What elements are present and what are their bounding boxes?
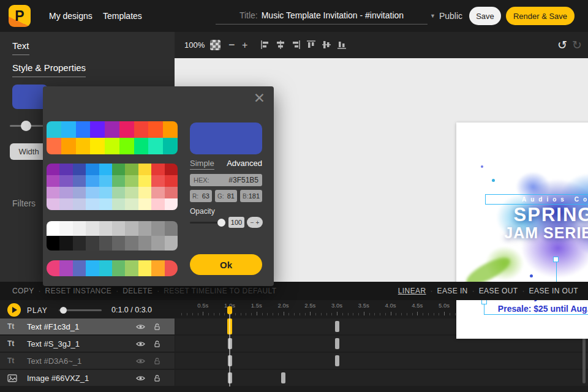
- keyframe-marker[interactable]: [281, 372, 285, 383]
- tab-simple[interactable]: Simple: [190, 159, 214, 170]
- opacity-minus-button[interactable]: −: [251, 219, 254, 226]
- palette-swatch[interactable]: [165, 198, 178, 210]
- toolbar-zoom-out-button[interactable]: −: [228, 32, 235, 58]
- palette-swatch[interactable]: [47, 175, 59, 187]
- palette-swatch[interactable]: [112, 236, 125, 251]
- layer-row-label[interactable]: Image #66VXZ_1: [0, 370, 175, 386]
- palette-swatch[interactable]: [138, 260, 151, 276]
- design-artboard[interactable]: Audios Co SPRING JAM SERIES Reserve your…: [456, 123, 588, 339]
- palette-swatch[interactable]: [99, 221, 112, 236]
- unlock-icon[interactable]: [153, 374, 161, 382]
- palette-swatch[interactable]: [47, 198, 59, 210]
- layer-timeline-track[interactable]: [175, 370, 588, 386]
- palette-swatch[interactable]: [151, 198, 164, 210]
- hex-input[interactable]: HEX: #3F51B5: [190, 174, 262, 186]
- palette-swatch[interactable]: [99, 175, 112, 187]
- palette-swatch[interactable]: [59, 187, 72, 198]
- palette-swatch[interactable]: [112, 175, 125, 187]
- palette-swatch[interactable]: [125, 236, 138, 251]
- palette-swatch[interactable]: [163, 121, 178, 138]
- palette-swatch[interactable]: [165, 164, 178, 175]
- align-left-icon[interactable]: [260, 40, 270, 50]
- width-button[interactable]: Width: [10, 143, 48, 160]
- palette-swatch[interactable]: [138, 236, 151, 251]
- align-top-icon[interactable]: [306, 40, 316, 50]
- brand-text-selection-box[interactable]: Audios Co: [485, 194, 588, 205]
- undo-icon[interactable]: ↺: [557, 32, 567, 58]
- save-button[interactable]: Save: [469, 7, 501, 25]
- palette-swatch[interactable]: [134, 138, 149, 154]
- palette-swatch[interactable]: [47, 236, 59, 251]
- opacity-plus-button[interactable]: +: [256, 219, 260, 226]
- headline-line2[interactable]: JAM SERIES: [456, 224, 588, 242]
- palette-swatch[interactable]: [61, 121, 76, 138]
- palette-swatch[interactable]: [119, 121, 134, 138]
- palette-swatch[interactable]: [151, 221, 164, 236]
- unlock-icon[interactable]: [153, 323, 161, 331]
- palette-swatch[interactable]: [151, 236, 164, 251]
- title-value[interactable]: Music Template Invitation - #invitation: [262, 10, 404, 20]
- palette-swatch[interactable]: [99, 260, 112, 276]
- palette-swatch[interactable]: [151, 175, 164, 187]
- transparency-checker-icon[interactable]: [210, 40, 221, 50]
- toolbar-zoom-in-button[interactable]: +: [242, 32, 247, 58]
- sidebar-slider-knob[interactable]: [21, 121, 31, 131]
- headline-line1[interactable]: SPRING: [456, 204, 588, 226]
- palette-swatch[interactable]: [112, 198, 125, 210]
- palette-swatch[interactable]: [47, 138, 61, 154]
- palette-swatch[interactable]: [73, 187, 86, 198]
- palette-swatch[interactable]: [138, 175, 151, 187]
- palette-swatch[interactable]: [138, 164, 151, 175]
- palette-swatch[interactable]: [119, 138, 134, 154]
- palette-swatch[interactable]: [125, 221, 138, 236]
- palette-swatch[interactable]: [59, 236, 72, 251]
- palette-swatch[interactable]: [112, 187, 125, 198]
- layer-row-label[interactable]: TtText #F1c3d_1: [0, 318, 175, 334]
- palette-swatch[interactable]: [125, 187, 138, 198]
- align-right-icon[interactable]: [291, 40, 301, 50]
- unlock-icon[interactable]: [153, 357, 161, 365]
- timeline-scrub-slider[interactable]: [59, 309, 102, 311]
- keyframe-marker[interactable]: [335, 321, 339, 332]
- palette-swatch[interactable]: [112, 221, 125, 236]
- palette-swatch[interactable]: [105, 138, 119, 154]
- layer-timeline-track[interactable]: [175, 353, 588, 369]
- palette-swatch[interactable]: [76, 138, 91, 154]
- palette-swatch[interactable]: [86, 260, 99, 276]
- timeline-scrub-knob[interactable]: [60, 307, 67, 314]
- palette-swatch[interactable]: [148, 138, 163, 154]
- palette-swatch[interactable]: [73, 221, 86, 236]
- palette-swatch[interactable]: [90, 121, 105, 138]
- render-save-button[interactable]: Render & Save: [506, 7, 575, 25]
- palette-swatch[interactable]: [86, 187, 99, 198]
- action-copy[interactable]: COPY: [12, 287, 34, 295]
- opacity-value[interactable]: 100: [228, 217, 244, 228]
- brand-text[interactable]: Audios Co: [522, 196, 588, 203]
- palette-swatch[interactable]: [148, 121, 163, 138]
- palette-swatch[interactable]: [86, 164, 99, 175]
- palette-swatch[interactable]: [86, 236, 99, 251]
- palette-swatch[interactable]: [86, 221, 99, 236]
- palette-swatch[interactable]: [125, 175, 138, 187]
- palette-swatch[interactable]: [163, 138, 178, 154]
- eye-icon[interactable]: [136, 358, 145, 364]
- palette-swatch[interactable]: [59, 198, 72, 210]
- nav-templates[interactable]: Templates: [103, 0, 142, 32]
- palette-swatch[interactable]: [138, 221, 151, 236]
- palette-swatch[interactable]: [134, 121, 149, 138]
- tab-advanced[interactable]: Advanced: [227, 159, 262, 170]
- palette-swatch[interactable]: [165, 236, 178, 251]
- palette-swatch[interactable]: [86, 175, 99, 187]
- palette-swatch[interactable]: [47, 221, 59, 236]
- keyframe-marker[interactable]: [335, 355, 339, 366]
- palette-swatch[interactable]: [59, 164, 72, 175]
- eye-icon[interactable]: [136, 375, 145, 382]
- rgb-field[interactable]: G:81: [215, 190, 237, 202]
- palette-swatch[interactable]: [105, 121, 119, 138]
- rgb-field[interactable]: B:181: [240, 190, 262, 202]
- visibility-dropdown[interactable]: ▼ Public: [430, 0, 462, 32]
- app-logo[interactable]: P: [9, 5, 31, 27]
- close-icon[interactable]: ✕: [254, 91, 265, 105]
- palette-swatch[interactable]: [59, 260, 72, 276]
- palette-swatch[interactable]: [86, 198, 99, 210]
